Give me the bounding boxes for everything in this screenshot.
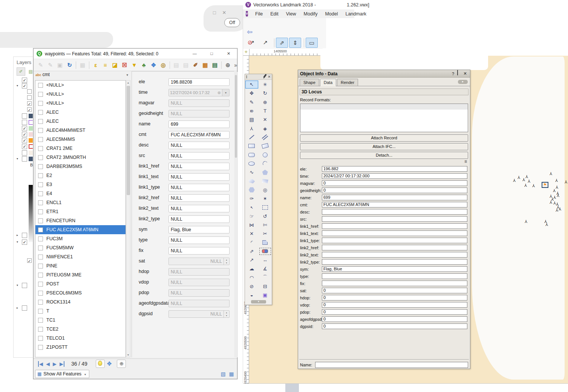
feature-list-item[interactable]: TC1 xyxy=(35,316,126,325)
locus-marker[interactable]: Y xyxy=(524,183,527,187)
menu-modify[interactable]: Modify xyxy=(300,11,322,17)
zoom-to-feature-button[interactable]: ⊕ xyxy=(117,360,126,368)
arc-tool[interactable] xyxy=(259,159,272,168)
layer-checkbox[interactable] xyxy=(22,233,27,238)
form-view-icon[interactable]: ▧ xyxy=(219,370,227,378)
record-field-input[interactable]: 0 xyxy=(322,288,467,293)
fillet-tool[interactable]: ◜ xyxy=(245,238,259,247)
record-field-input[interactable] xyxy=(322,238,467,243)
freehand-tool[interactable]: ✎ xyxy=(245,98,259,107)
pan-to-feature-icon[interactable]: ✥ xyxy=(107,360,112,367)
spin-up-icon[interactable]: ▴ xyxy=(226,311,227,314)
layer-checkbox[interactable]: ✓ xyxy=(22,144,27,149)
id-label-tool[interactable]: ID xyxy=(245,107,259,115)
layer-tree-row[interactable]: ▾✓ xyxy=(14,83,36,88)
magic-wand-tool[interactable]: ✶ xyxy=(259,194,272,203)
record-field-input[interactable] xyxy=(322,223,467,229)
close-icon[interactable]: ✕ xyxy=(462,71,468,76)
layer-tree-row[interactable]: ✓ xyxy=(14,78,36,83)
freehand-curve-tool[interactable]: ∿ xyxy=(245,168,259,177)
protractor-tool[interactable]: ◒ xyxy=(245,291,259,299)
select-all-icon[interactable]: ≡ xyxy=(101,61,110,69)
feature-checkbox[interactable] xyxy=(38,128,43,133)
feature-list-scrollbar[interactable]: ▲ ▼ xyxy=(126,80,130,357)
record-field-input[interactable]: FUC ALEC2X5M AT6MN xyxy=(322,202,467,207)
feature-list-item[interactable]: FUC5M5MW xyxy=(35,243,126,252)
record-field-input[interactable]: 196.882 xyxy=(322,166,467,172)
locus-marker[interactable]: Y xyxy=(555,178,558,182)
feature-list-item[interactable]: ALEC4M4MWEST xyxy=(35,126,126,135)
feature-checkbox[interactable] xyxy=(38,137,43,142)
feature-list-item[interactable]: <NULL> xyxy=(35,81,126,90)
layer-checkbox[interactable]: ✓ xyxy=(22,126,27,131)
feature-list-item[interactable]: PINE xyxy=(35,261,126,270)
double-line-tool[interactable] xyxy=(259,133,272,142)
calendar-dropdown-button[interactable]: ▾ xyxy=(222,89,230,96)
rotate-tool[interactable]: ↺ xyxy=(259,212,272,220)
record-formats-list[interactable] xyxy=(300,104,468,132)
record-field-input[interactable]: Flag, Blue xyxy=(322,266,467,272)
feature-checkbox[interactable] xyxy=(38,200,43,205)
chamfer-tool[interactable] xyxy=(259,238,272,247)
menu-file[interactable]: File xyxy=(251,11,266,17)
polyline-tool[interactable] xyxy=(245,177,259,185)
arc-dimension-tool[interactable]: ◠ xyxy=(245,273,259,282)
layer-checkbox[interactable] xyxy=(27,89,32,94)
feature-list-item[interactable]: PITEUG5M 3ME xyxy=(35,270,126,279)
locus-marker[interactable]: Y xyxy=(559,207,561,211)
3d-locus-tool[interactable]: Y xyxy=(245,124,259,133)
feature-checkbox[interactable] xyxy=(38,164,43,169)
attach-record-button[interactable]: Attach Record xyxy=(300,134,468,142)
spin-down-icon[interactable]: ▾ xyxy=(226,314,227,317)
layer-tree-row[interactable]: ✓ xyxy=(14,132,36,137)
record-field-input[interactable] xyxy=(322,209,467,215)
highlight-feature-button[interactable] xyxy=(96,360,105,368)
layer-checkbox[interactable] xyxy=(22,120,27,125)
feature-list-item[interactable]: TCE2 xyxy=(35,325,126,334)
snap-point-tool[interactable]: ✳ xyxy=(259,80,272,89)
feature-checkbox[interactable] xyxy=(38,318,43,323)
close-button[interactable]: ✕ xyxy=(219,10,229,15)
tree-expander-icon[interactable]: ▾ xyxy=(17,84,18,87)
record-field-input[interactable]: 699 xyxy=(322,195,467,200)
record-field-input[interactable]: 0 xyxy=(322,295,467,300)
feature-list-item[interactable]: FENCETURN xyxy=(35,216,126,225)
layer-tree-row[interactable]: ✓ xyxy=(14,101,36,107)
field-input[interactable]: NULL xyxy=(168,184,230,191)
layer-tree-row[interactable]: B xyxy=(14,163,36,168)
reshape-tool[interactable] xyxy=(259,203,272,212)
layer-tree-row[interactable]: ▾ xyxy=(14,156,36,162)
record-field-input[interactable]: 0 xyxy=(322,180,467,186)
layer-checkbox[interactable] xyxy=(22,113,27,119)
search-widget-icon[interactable]: ⊕ xyxy=(224,61,232,69)
clip-tool[interactable]: ✂ xyxy=(259,229,272,238)
feature-list-item[interactable]: FUC ALEC2X5M AT6MN xyxy=(35,225,126,234)
feature-checkbox[interactable] xyxy=(38,345,43,350)
feature-list-item[interactable]: ALEC xyxy=(35,117,126,126)
selected-waypoint-marker[interactable]: ⚑ xyxy=(542,182,548,188)
feature-checkbox[interactable] xyxy=(38,218,43,223)
tab-shape[interactable]: Shape xyxy=(300,79,319,86)
clear-icon[interactable]: ⊗ xyxy=(217,89,221,96)
layer-checkbox[interactable]: ✓ xyxy=(22,132,27,137)
object-name-input[interactable] xyxy=(315,362,468,368)
flyover-tool[interactable]: ↻ xyxy=(259,89,272,98)
layer-tree-row[interactable]: ▾ xyxy=(14,283,36,288)
eraser-tool[interactable] xyxy=(259,247,272,256)
layer-tree-row[interactable] xyxy=(14,113,36,119)
line-tool[interactable] xyxy=(245,133,259,142)
feature-list-item[interactable]: <NULL> xyxy=(35,90,126,99)
form-scrollbar-thumb[interactable] xyxy=(235,75,237,158)
help-icon[interactable]: ? xyxy=(450,72,456,76)
2d-locus-tool[interactable]: ✕ xyxy=(259,115,272,124)
column-selector[interactable]: abccmt ▾ xyxy=(35,72,130,79)
feature-checkbox[interactable] xyxy=(38,182,43,187)
deselect-all-icon[interactable]: ☒ xyxy=(121,61,129,69)
record-field-input[interactable] xyxy=(322,216,467,222)
dock-attribute-table-icon[interactable]: ▤ xyxy=(211,61,219,69)
split-tool[interactable]: ✄ xyxy=(259,221,272,229)
feature-list-item[interactable]: <NULL> xyxy=(35,99,126,108)
constrain-working-plane-icon[interactable]: ⇕ xyxy=(289,38,301,48)
feature-checkbox[interactable] xyxy=(38,173,43,178)
mirror-tool[interactable]: ⋈ xyxy=(245,221,259,229)
